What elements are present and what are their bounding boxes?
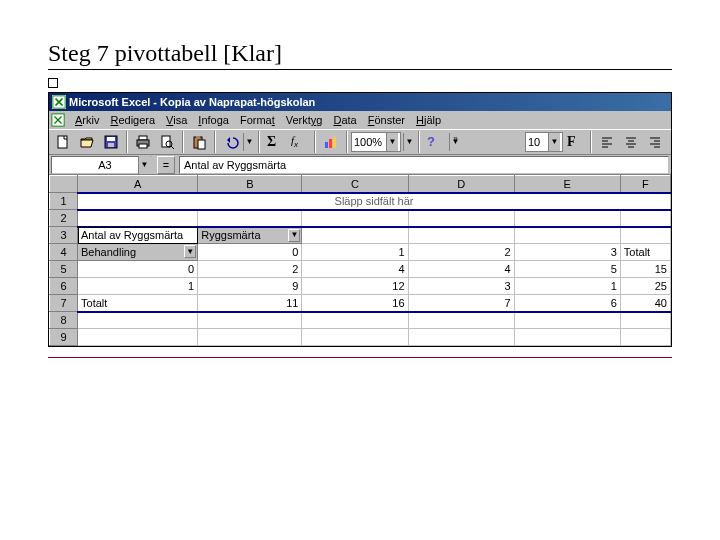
font-size-combo[interactable]: 10 ▼ xyxy=(525,132,563,152)
menu-redigera[interactable]: Redigera xyxy=(105,114,160,126)
font-size-dropdown-icon[interactable]: ▼ xyxy=(548,133,560,151)
function-button[interactable]: fx xyxy=(288,131,310,153)
row-header-5[interactable]: 5 xyxy=(50,261,78,278)
pivot-row-total[interactable]: 25 xyxy=(620,278,670,295)
zoom-dropdown-icon[interactable]: ▼ xyxy=(386,133,398,151)
pivot-cell[interactable]: 3 xyxy=(408,278,514,295)
column-header-row: A B C D E F xyxy=(50,176,671,193)
pivot-col-header[interactable]: 3 xyxy=(514,244,620,261)
undo-dropdown[interactable]: ▼ xyxy=(243,133,255,151)
pivot-grand-cell[interactable]: 11 xyxy=(198,295,302,312)
pivot-grand-total[interactable]: 40 xyxy=(620,295,670,312)
pivot-grand-total-col-label[interactable]: Totalt xyxy=(620,244,670,261)
row-9: 9 xyxy=(50,329,671,346)
pivot-col-header[interactable]: 0 xyxy=(198,244,302,261)
name-box[interactable]: A3 ▼ xyxy=(51,156,151,174)
toolbar-options-dropdown[interactable]: »▼ xyxy=(449,133,461,151)
help-button[interactable]: ? xyxy=(424,131,446,153)
menu-hjalp[interactable]: Hjälp xyxy=(411,114,446,126)
pivot-row-label[interactable]: 1 xyxy=(78,278,198,295)
pivot-grand-cell[interactable]: 6 xyxy=(514,295,620,312)
formula-bar: A3 ▼ = Antal av Ryggsmärta xyxy=(49,155,671,175)
menu-fonster[interactable]: Fönster xyxy=(363,114,410,126)
row-header-9[interactable]: 9 xyxy=(50,329,78,346)
pivot-row-label[interactable]: 0 xyxy=(78,261,198,278)
row-header-7[interactable]: 7 xyxy=(50,295,78,312)
align-left-button[interactable] xyxy=(596,131,618,153)
formula-text: Antal av Ryggsmärta xyxy=(184,159,286,171)
titlebar: Microsoft Excel - Kopia av Naprapat-högs… xyxy=(49,93,671,111)
svg-rect-13 xyxy=(196,136,200,138)
undo-button[interactable] xyxy=(220,131,242,153)
menu-data[interactable]: Data xyxy=(328,114,361,126)
select-all-corner[interactable] xyxy=(50,176,78,193)
col-header-E[interactable]: E xyxy=(514,176,620,193)
svg-rect-5 xyxy=(108,143,114,147)
name-box-value: A3 xyxy=(52,159,138,171)
row-header-4[interactable]: 4 xyxy=(50,244,78,261)
bullet-icon xyxy=(48,78,58,88)
menubar: Arkiv Redigera Visa Infoga Format Verkty… xyxy=(49,111,671,129)
new-button[interactable] xyxy=(52,131,74,153)
pivot-cell[interactable]: 1 xyxy=(514,278,620,295)
pivot-data-field-label[interactable]: Antal av Ryggsmärta xyxy=(78,227,198,244)
pivot-column-field[interactable]: Ryggsmärta▼ xyxy=(198,227,302,244)
svg-rect-16 xyxy=(329,139,332,148)
col-header-A[interactable]: A xyxy=(78,176,198,193)
worksheet-grid[interactable]: A B C D E F 1 Släpp sidfält här 2 3 Anta… xyxy=(49,175,671,346)
row-header-2[interactable]: 2 xyxy=(50,210,78,227)
col-header-C[interactable]: C xyxy=(302,176,408,193)
pivot-col-header[interactable]: 1 xyxy=(302,244,408,261)
open-button[interactable] xyxy=(76,131,98,153)
pivot-cell[interactable]: 12 xyxy=(302,278,408,295)
menu-arkiv[interactable]: Arkiv xyxy=(70,114,104,126)
pivot-cell[interactable]: 4 xyxy=(408,261,514,278)
pivot-cell[interactable]: 4 xyxy=(302,261,408,278)
align-center-button[interactable] xyxy=(620,131,642,153)
col-header-B[interactable]: B xyxy=(198,176,302,193)
pivot-cell[interactable]: 2 xyxy=(198,261,302,278)
separator xyxy=(126,131,128,153)
autosum-button[interactable]: Σ xyxy=(264,131,286,153)
row-header-6[interactable]: 6 xyxy=(50,278,78,295)
dropdown-icon[interactable]: ▼ xyxy=(288,229,300,242)
svg-rect-2 xyxy=(58,136,67,148)
zoom-combo[interactable]: 100% ▼ xyxy=(351,132,401,152)
menu-infoga[interactable]: Infoga xyxy=(193,114,234,126)
menu-visa[interactable]: Visa xyxy=(161,114,192,126)
paste-button[interactable] xyxy=(188,131,210,153)
pivot-col-header[interactable]: 2 xyxy=(408,244,514,261)
col-header-D[interactable]: D xyxy=(408,176,514,193)
print-button[interactable] xyxy=(132,131,154,153)
align-right-button[interactable] xyxy=(644,131,666,153)
pivot-cell[interactable]: 9 xyxy=(198,278,302,295)
formula-equals-button[interactable]: = xyxy=(157,156,175,174)
row-6: 6 1 9 12 3 1 25 xyxy=(50,278,671,295)
page-field-drop-area[interactable]: Släpp sidfält här xyxy=(78,193,671,210)
svg-rect-15 xyxy=(325,142,328,148)
chart-wizard-button[interactable] xyxy=(320,131,342,153)
row-3: 3 Antal av Ryggsmärta Ryggsmärta▼ xyxy=(50,227,671,244)
more-buttons-dropdown[interactable]: ▼ xyxy=(403,133,415,151)
formula-input[interactable]: Antal av Ryggsmärta xyxy=(179,156,669,174)
pivot-grand-row-label[interactable]: Totalt xyxy=(78,295,198,312)
pivot-row-field[interactable]: Behandling▼ xyxy=(78,244,198,261)
pivot-grand-cell[interactable]: 16 xyxy=(302,295,408,312)
col-header-F[interactable]: F xyxy=(620,176,670,193)
name-box-dropdown-icon[interactable]: ▼ xyxy=(138,156,150,174)
pivot-cell[interactable]: 5 xyxy=(514,261,620,278)
row-header-3[interactable]: 3 xyxy=(50,227,78,244)
row-header-8[interactable]: 8 xyxy=(50,312,78,329)
excel-icon xyxy=(52,95,66,109)
save-button[interactable] xyxy=(100,131,122,153)
bold-button[interactable]: F xyxy=(564,131,586,153)
toolbar-standard: ▼ Σ fx 100% ▼ ▼ ? »▼ 10 ▼ F xyxy=(49,129,671,155)
pivot-row-total[interactable]: 15 xyxy=(620,261,670,278)
menu-verktyg[interactable]: Verktyg xyxy=(281,114,328,126)
pivot-grand-cell[interactable]: 7 xyxy=(408,295,514,312)
print-preview-button[interactable] xyxy=(156,131,178,153)
slide-title: Steg 7 pivottabell [Klar] xyxy=(48,40,672,70)
row-header-1[interactable]: 1 xyxy=(50,193,78,210)
menu-format[interactable]: Format xyxy=(235,114,280,126)
dropdown-icon[interactable]: ▼ xyxy=(184,245,196,258)
